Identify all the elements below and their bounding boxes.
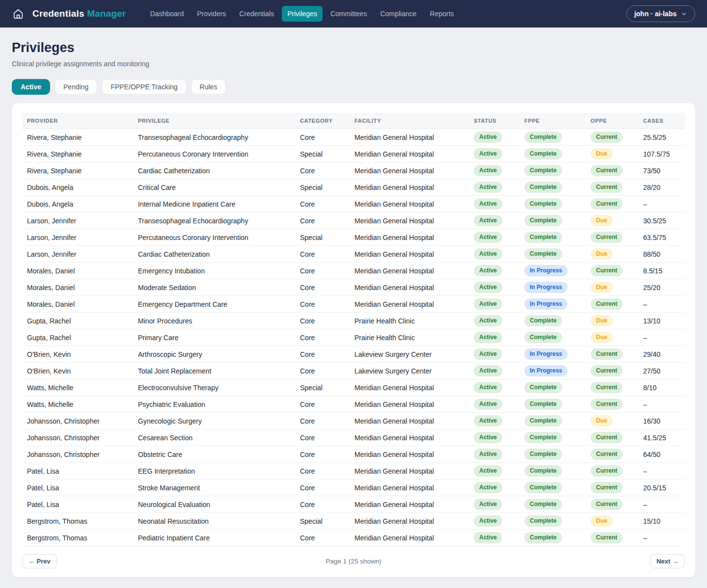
cell-provider: Morales, Daniel <box>22 296 133 313</box>
col-header-cases: CASES <box>638 113 685 129</box>
table-row: Rivera, StephanieTransesophageal Echocar… <box>22 129 685 146</box>
cell-facility: Meridian General Hospital <box>350 179 469 196</box>
tab-rules[interactable]: Rules <box>191 79 226 95</box>
cell-category: Core <box>295 279 350 296</box>
cell-cases: 64/50 <box>638 446 685 463</box>
prev-page-button[interactable]: ← Prev <box>22 554 57 568</box>
account-menu[interactable]: john · ai-labs <box>626 5 695 22</box>
cell-privilege: Primary Care <box>133 329 295 346</box>
nav-item-compliance[interactable]: Compliance <box>375 6 422 22</box>
status-badge: Active <box>474 165 502 176</box>
status-badge: Active <box>474 415 502 427</box>
oppe-badge: Due <box>591 515 613 527</box>
fppe-badge: Complete <box>524 449 562 460</box>
tab-pending[interactable]: Pending <box>54 79 97 95</box>
table-row: Bergstrom, ThomasPediatric Inpatient Car… <box>22 530 685 546</box>
cell-privilege: Electroconvulsive Therapy <box>133 379 295 396</box>
table-body: Rivera, StephanieTransesophageal Echocar… <box>22 129 685 546</box>
fppe-badge: Complete <box>524 382 562 393</box>
cell-cases: – <box>638 296 685 313</box>
fppe-badge: Complete <box>524 148 562 160</box>
cell-provider: Patel, Lisa <box>22 463 133 480</box>
cell-category: Core <box>295 446 350 463</box>
status-badge: Active <box>474 465 502 477</box>
cell-fppe: Complete <box>519 379 586 396</box>
cell-status: Active <box>469 530 519 546</box>
nav-item-dashboard[interactable]: Dashboard <box>145 6 190 22</box>
table-row: Watts, MichellePsychiatric EvaluationCor… <box>22 396 685 413</box>
next-page-button[interactable]: Next → <box>650 554 685 568</box>
nav-item-reports[interactable]: Reports <box>425 6 460 22</box>
cell-provider: Dubois, Angela <box>22 179 133 196</box>
tab-active[interactable]: Active <box>12 79 50 95</box>
status-badge: Active <box>474 532 502 543</box>
chevron-down-icon <box>681 11 687 17</box>
nav-item-providers[interactable]: Providers <box>191 6 231 22</box>
cell-facility: Prairie Health Clinic <box>350 329 469 346</box>
oppe-badge: Current <box>591 165 623 176</box>
cell-privilege: Pediatric Inpatient Care <box>133 530 295 546</box>
oppe-badge: Current <box>591 348 623 360</box>
cell-status: Active <box>469 146 519 162</box>
home-button[interactable] <box>12 7 25 20</box>
cell-fppe: In Progress <box>519 346 586 363</box>
cell-status: Active <box>469 463 519 480</box>
cell-status: Active <box>469 313 519 329</box>
nav-item-privileges[interactable]: Privileges <box>282 6 323 22</box>
cell-facility: Prairie Health Clinic <box>350 313 469 329</box>
cell-status: Active <box>469 396 519 413</box>
cell-fppe: In Progress <box>519 296 586 313</box>
tab-fppe-oppe-tracking[interactable]: FPPE/OPPE Tracking <box>102 79 186 95</box>
cell-status: Active <box>469 496 519 513</box>
cell-fppe: Complete <box>519 396 586 413</box>
cell-provider: Johansson, Christopher <box>22 429 133 446</box>
cell-facility: Meridian General Hospital <box>350 379 469 396</box>
table-row: Johansson, ChristopherCesarean SectionCo… <box>22 429 685 446</box>
cell-oppe: Current <box>586 229 638 246</box>
cell-fppe: Complete <box>519 329 586 346</box>
cell-status: Active <box>469 229 519 246</box>
cell-provider: Patel, Lisa <box>22 496 133 513</box>
cell-oppe: Current <box>586 480 638 496</box>
cell-facility: Meridian General Hospital <box>350 463 469 480</box>
cell-privilege: Internal Medicine Inpatient Care <box>133 196 295 213</box>
oppe-badge: Current <box>591 465 623 477</box>
nav-item-credentials[interactable]: Credentials <box>234 6 279 22</box>
cell-fppe: Complete <box>519 429 586 446</box>
cell-fppe: Complete <box>519 463 586 480</box>
cell-fppe: Complete <box>519 146 586 162</box>
oppe-badge: Current <box>591 132 623 143</box>
cell-fppe: Complete <box>519 179 586 196</box>
app-title-primary: Credentials <box>32 8 84 19</box>
cell-status: Active <box>469 363 519 379</box>
cell-category: Core <box>295 162 350 179</box>
cell-status: Active <box>469 480 519 496</box>
cell-provider: Bergstrom, Thomas <box>22 530 133 546</box>
fppe-badge: In Progress <box>524 298 568 310</box>
cell-status: Active <box>469 379 519 396</box>
cell-cases: 88/50 <box>638 246 685 263</box>
oppe-badge: Current <box>591 265 623 276</box>
cell-cases: – <box>638 396 685 413</box>
cell-privilege: Percutaneous Coronary Intervention <box>133 146 295 162</box>
fppe-badge: In Progress <box>524 348 568 360</box>
cell-category: Core <box>295 129 350 146</box>
table-row: Dubois, AngelaCritical CareSpecialMeridi… <box>22 179 685 196</box>
table-row: Patel, LisaEEG InterpretationCoreMeridia… <box>22 463 685 480</box>
cell-facility: Meridian General Hospital <box>350 263 469 279</box>
cell-cases: 16/30 <box>638 413 685 429</box>
oppe-badge: Current <box>591 499 623 510</box>
cell-fppe: Complete <box>519 129 586 146</box>
oppe-badge: Due <box>591 315 613 326</box>
fppe-badge: Complete <box>524 198 562 210</box>
cell-privilege: EEG Interpretation <box>133 463 295 480</box>
cell-cases: 8.5/15 <box>638 263 685 279</box>
oppe-badge: Current <box>591 532 623 543</box>
cell-category: Core <box>295 463 350 480</box>
status-badge: Active <box>474 482 502 493</box>
cell-status: Active <box>469 279 519 296</box>
table-row: Larson, JenniferTransesophageal Echocard… <box>22 213 685 229</box>
cell-provider: Johansson, Christopher <box>22 413 133 429</box>
nav-item-committees[interactable]: Committees <box>325 6 373 22</box>
col-header-category: CATEGORY <box>295 113 350 129</box>
